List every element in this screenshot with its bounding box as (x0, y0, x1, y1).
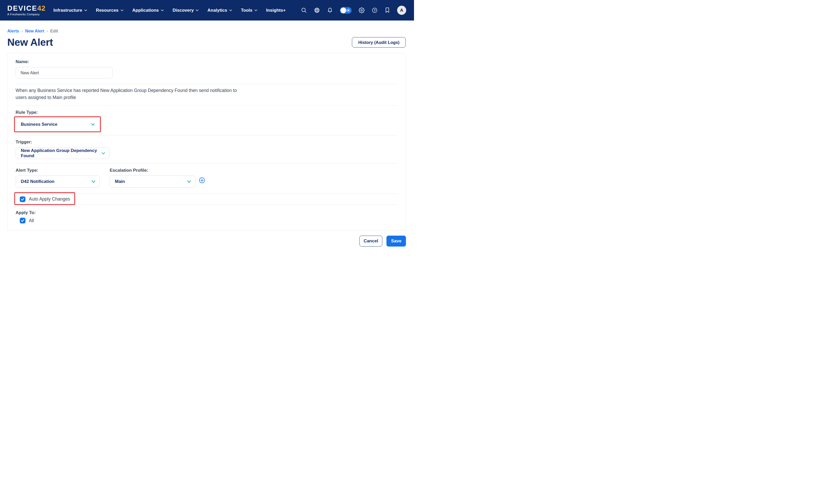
checkmark-icon (21, 219, 25, 222)
chevron-down-icon (84, 9, 87, 11)
history-audit-logs-button[interactable]: History (Audit Logs) (352, 37, 406, 47)
apply-to-all-label[interactable]: All (29, 218, 34, 223)
device42-logo[interactable]: DEVICE42 A Freshworks Company (7, 5, 46, 16)
svg-text:?: ? (374, 9, 376, 12)
breadcrumb-edit: Edit (50, 29, 58, 34)
apply-to-all-checkbox[interactable] (20, 218, 26, 223)
chevron-down-icon (229, 9, 232, 11)
apply-to-all-option: All (15, 218, 398, 223)
toggle-knob-icon (340, 7, 346, 13)
cancel-button[interactable]: Cancel (360, 236, 382, 247)
rule-type-select[interactable]: Business Service (15, 118, 99, 130)
name-field-row: Name: (15, 53, 398, 84)
nav-item-insights[interactable]: Insights+ (266, 8, 286, 13)
user-avatar[interactable]: A (397, 6, 406, 15)
add-escalation-profile-icon[interactable] (199, 177, 205, 183)
chevron-down-icon (91, 123, 95, 126)
alert-type-label: Alert Type: (15, 168, 110, 173)
alert-type-select[interactable]: D42 Notification (15, 175, 100, 187)
rule-type-row: Rule Type: Business Service (15, 106, 398, 135)
breadcrumb-new-alert[interactable]: New Alert (25, 29, 44, 34)
chevron-down-icon (187, 180, 191, 183)
brand-name: DEVICE (7, 4, 37, 12)
trigger-label: Trigger: (15, 139, 398, 145)
rule-description: When any Business Service has reported N… (15, 84, 398, 106)
alert-form-card: Name: When any Business Service has repo… (7, 53, 406, 230)
apply-to-section: Apply To: All (15, 205, 398, 230)
brand-suffix: 42 (37, 4, 46, 12)
trigger-select[interactable]: New Application Group Dependency Found (15, 147, 110, 159)
chevron-down-icon (254, 9, 257, 11)
help-icon[interactable]: ? (372, 7, 378, 13)
nav-item-tools[interactable]: Tools (241, 8, 257, 13)
auto-apply-row: Auto Apply Changes (15, 194, 398, 205)
navbar-icons: ? A (301, 6, 406, 15)
nav-item-discovery[interactable]: Discovery (173, 8, 199, 13)
theme-toggle[interactable] (340, 7, 351, 14)
trigger-row: Trigger: New Application Group Dependenc… (15, 135, 398, 163)
nav-item-resources[interactable]: Resources (96, 8, 123, 13)
breadcrumb-separator: › (46, 29, 48, 34)
escalation-profile-select[interactable]: Main (110, 175, 196, 187)
brand-tagline: A Freshworks Company (7, 13, 46, 16)
nav-item-applications[interactable]: Applications (132, 8, 164, 13)
top-navbar: DEVICE42 A Freshworks Company Infrastruc… (0, 0, 414, 20)
settings-gear-icon[interactable] (359, 7, 365, 13)
page-title: New Alert (7, 37, 53, 48)
main-nav: Infrastructure Resources Applications Di… (53, 8, 286, 13)
apply-to-label: Apply To: (15, 210, 398, 215)
rule-type-label: Rule Type: (15, 110, 398, 115)
breadcrumb-separator: › (21, 29, 23, 34)
save-button[interactable]: Save (386, 236, 406, 247)
form-footer: Cancel Save (0, 236, 406, 247)
chevron-down-icon (91, 180, 95, 183)
auto-apply-checkbox[interactable] (20, 197, 26, 202)
nav-item-analytics[interactable]: Analytics (207, 8, 232, 13)
nav-item-infrastructure[interactable]: Infrastructure (53, 8, 87, 13)
name-input[interactable] (15, 67, 113, 79)
escalation-profile-label: Escalation Profile: (110, 168, 205, 173)
notifications-bell-icon[interactable] (327, 7, 333, 13)
search-icon[interactable] (301, 7, 307, 13)
chevron-down-icon (121, 9, 123, 11)
globe-icon[interactable] (314, 7, 320, 13)
auto-apply-label[interactable]: Auto Apply Changes (29, 197, 70, 202)
name-label: Name: (15, 59, 398, 65)
checkmark-icon (21, 198, 25, 201)
chevron-down-icon (196, 9, 199, 11)
chevron-down-icon (161, 9, 164, 11)
chevron-down-icon (101, 152, 105, 155)
breadcrumb: Alerts › New Alert › Edit (7, 29, 406, 34)
alert-type-escalation-row: Alert Type: D42 Notification Escalation … (15, 164, 398, 194)
sun-icon (346, 8, 351, 13)
breadcrumb-alerts[interactable]: Alerts (7, 29, 19, 34)
bookmark-icon[interactable] (385, 7, 390, 13)
